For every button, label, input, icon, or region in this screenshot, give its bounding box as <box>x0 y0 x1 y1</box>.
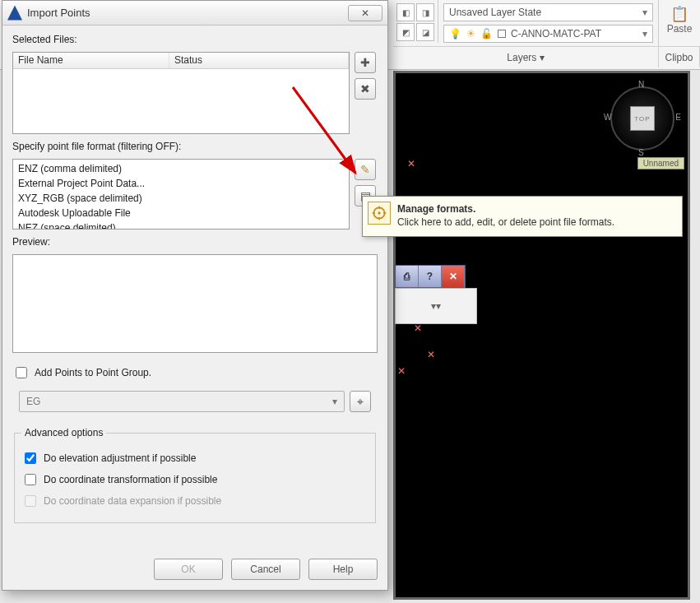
floating-toolbar[interactable]: ⎙ ? ✕ <box>395 265 466 288</box>
format-label: Specify point file format (filtering OFF… <box>12 141 378 152</box>
dialog-title: Import Points <box>27 7 90 19</box>
tooltip-body: Click here to add, edit, or delete point… <box>397 216 672 228</box>
paste-button[interactable]: 📋 Paste <box>659 0 700 49</box>
col-status[interactable]: Status <box>169 53 349 68</box>
import-points-dialog: Import Points ✕ Selected Files: File Nam… <box>2 0 388 591</box>
manage-formats-tooltip: Manage formats. Click here to add, edit,… <box>362 196 683 237</box>
format-item[interactable]: ENZ (comma delimited) <box>13 161 349 176</box>
toolbar-print-icon[interactable]: ⎙ <box>396 266 419 287</box>
cancel-button[interactable]: Cancel <box>231 559 300 580</box>
lightbulb-icon: 💡 <box>449 28 461 39</box>
ribbon-panel-labels: Layers ▾ Clipbo <box>393 46 700 67</box>
dialog-button-row: OK Cancel Help <box>2 550 387 590</box>
point-marker: ✕ <box>407 159 415 169</box>
dialog-close-button[interactable]: ✕ <box>348 5 382 21</box>
clipboard-icon: 📋 <box>659 5 700 23</box>
view-name-tag[interactable]: Unnamed <box>637 157 684 169</box>
opt-elev-label: Do elevation adjustment if possible <box>44 452 196 464</box>
chevron-down-icon: ▾ <box>332 396 337 407</box>
panel-label-layers[interactable]: Layers ▾ <box>393 47 659 67</box>
format-item[interactable]: XYZ_RGB (space delimited) <box>13 191 349 206</box>
model-viewport[interactable]: TOP N S E W Unnamed ✕ ✕ ✕ ✕ <box>393 71 690 600</box>
opt-expand-label: Do coordinate data expansion if possible <box>44 495 221 507</box>
viewcube-top-face[interactable]: TOP <box>630 106 655 131</box>
layer-dropdowns: Unsaved Layer State ▾ 💡 ☀ 🔓 C-ANNO-MATC-… <box>438 0 659 49</box>
add-to-group-label: Add Points to Point Group. <box>35 367 151 378</box>
current-layer-dropdown[interactable]: 💡 ☀ 🔓 C-ANNO-MATC-PAT ▾ <box>443 25 653 43</box>
layer-tool-icon[interactable]: ◧ <box>396 3 415 21</box>
opt-expand-row: Do coordinate data expansion if possible <box>21 493 369 509</box>
ok-button[interactable]: OK <box>154 559 223 580</box>
chevron-down-icon: ▾ <box>642 28 647 39</box>
ribbon-layers-panel: ◧ ◨ ◩ ◪ Unsaved Layer State ▾ 💡 ☀ 🔓 C-AN… <box>393 0 700 49</box>
viewcube[interactable]: TOP N S E W <box>605 81 679 155</box>
format-item[interactable]: External Project Point Data... <box>13 176 349 191</box>
compass-e: E <box>675 113 681 122</box>
point-group-value: EG <box>26 396 40 407</box>
point-marker: ✕ <box>414 323 422 333</box>
lock-icon: 🔓 <box>480 28 493 39</box>
point-marker: ✕ <box>397 366 406 376</box>
point-format-list[interactable]: ENZ (comma delimited) External Project P… <box>12 159 350 230</box>
dialog-titlebar[interactable]: Import Points ✕ <box>2 1 387 26</box>
preview-label: Preview: <box>12 236 378 248</box>
compass-w: W <box>604 113 611 122</box>
table-header: File Name Status <box>13 53 349 69</box>
col-filename[interactable]: File Name <box>13 53 169 68</box>
ribbon-icon-grid: ◧ ◨ ◩ ◪ <box>393 0 438 43</box>
app-icon <box>7 6 22 21</box>
paste-label: Paste <box>659 23 700 35</box>
opt-coord-row[interactable]: Do coordinate transformation if possible <box>21 471 369 488</box>
manage-formats-button[interactable]: ✎ <box>355 159 376 180</box>
floating-panel-collapsed[interactable]: ▾▾ <box>395 288 477 324</box>
compass-s: S <box>638 148 644 157</box>
preview-box <box>12 254 378 353</box>
add-file-button[interactable]: ✚ <box>355 52 376 73</box>
pick-group-button[interactable]: ⌖ <box>350 391 371 412</box>
sun-icon: ☀ <box>466 28 475 39</box>
layer-state-value: Unsaved Layer State <box>449 7 541 18</box>
opt-coord-checkbox[interactable] <box>25 474 36 485</box>
panel-label-clipboard[interactable]: Clipbo <box>659 47 700 67</box>
point-marker: ✕ <box>427 350 435 359</box>
remove-file-button[interactable]: ✖ <box>355 78 376 100</box>
layer-state-dropdown[interactable]: Unsaved Layer State ▾ <box>443 3 653 21</box>
opt-expand-checkbox <box>25 495 36 507</box>
layer-color-swatch <box>498 30 506 38</box>
help-button[interactable]: Help <box>308 559 378 580</box>
selected-files-label: Selected Files: <box>12 34 378 45</box>
selected-files-table[interactable]: File Name Status <box>12 52 350 134</box>
format-item[interactable]: NEZ (space delimited) <box>13 220 349 230</box>
point-group-dropdown[interactable]: EG ▾ <box>19 391 345 412</box>
layer-tool-icon[interactable]: ◪ <box>416 23 434 41</box>
layer-tool-icon[interactable]: ◩ <box>396 23 415 41</box>
layer-tool-icon[interactable]: ◨ <box>416 3 434 21</box>
toolbar-close-icon[interactable]: ✕ <box>442 266 465 287</box>
tooltip-title: Manage formats. <box>397 203 672 215</box>
format-item[interactable]: Autodesk Uploadable File <box>13 206 349 220</box>
tooltip-icon <box>368 202 391 225</box>
opt-coord-label: Do coordinate transformation if possible <box>44 474 217 485</box>
toolbar-help-icon[interactable]: ? <box>419 266 442 287</box>
add-to-group-row[interactable]: Add Points to Point Group. <box>12 364 378 381</box>
expand-icon: ▾▾ <box>431 300 441 312</box>
advanced-legend: Advanced options <box>21 427 106 438</box>
opt-elev-row[interactable]: Do elevation adjustment if possible <box>21 450 369 466</box>
chevron-down-icon: ▾ <box>642 7 647 18</box>
advanced-options-group: Advanced options Do elevation adjustment… <box>14 427 376 523</box>
opt-elev-checkbox[interactable] <box>25 452 36 464</box>
add-to-group-checkbox[interactable] <box>16 367 27 378</box>
svg-point-2 <box>378 211 380 214</box>
current-layer-value: C-ANNO-MATC-PAT <box>511 28 601 39</box>
compass-n: N <box>638 80 644 89</box>
